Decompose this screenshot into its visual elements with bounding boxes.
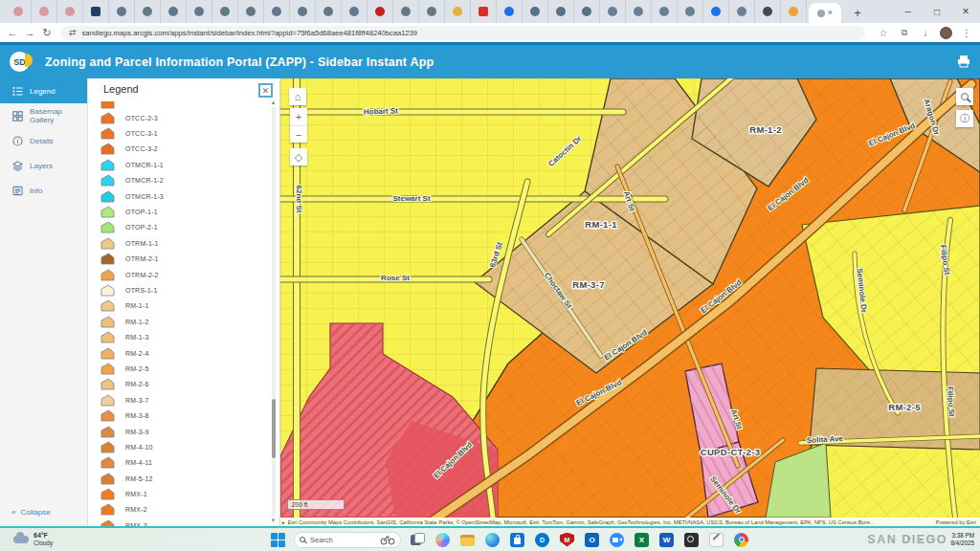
pinned-tab[interactable] [548,0,574,23]
legend-close-button[interactable]: ✕ [258,83,273,98]
pinned-tab[interactable] [32,0,57,23]
pinned-tab[interactable] [393,0,419,23]
outlook-taskbar-icon[interactable]: O [584,532,600,548]
browser-menu-icon[interactable]: ⋮ [956,28,977,38]
pinned-tab[interactable] [523,0,548,23]
forward-icon[interactable]: → [21,27,38,38]
clock-taskbar-icon[interactable] [683,532,700,548]
map-canvas[interactable]: Hobart StStewart StRose St62nd StCatocti… [280,78,980,526]
legend-item: OTOP-2-1 [88,220,270,235]
legend-panel-title: Legend [103,83,139,95]
pinned-tab[interactable] [135,0,161,23]
pinned-tab[interactable] [729,0,755,23]
back-icon[interactable]: ← [4,27,21,38]
sidebar-item-details[interactable]: Details [0,128,87,153]
pinned-tab[interactable] [652,0,678,23]
scrollbar-thumb[interactable] [272,399,276,458]
taskbar-weather-widget[interactable]: 64°FCloudy [13,532,53,548]
street-label: Hobart St [364,106,399,116]
sidebar-item-basemap-gallery[interactable]: Basemap Gallery [0,103,87,128]
search-icon [961,93,969,100]
pinned-tab[interactable] [316,0,342,23]
reload-icon[interactable]: ↻ [38,27,56,39]
pinned-tab[interactable] [445,0,471,23]
side-panel-icon[interactable]: ⧉ [894,28,915,38]
edge-taskbar-icon[interactable] [484,532,501,548]
pinned-tab[interactable] [574,0,600,23]
pinned-tab[interactable] [57,0,83,23]
attribution-toggle-icon[interactable]: ▸ [282,519,285,525]
pinned-tab[interactable] [342,0,368,23]
pinned-tab[interactable] [626,0,652,23]
zone-swatch [100,488,115,500]
sidebar-item-legend[interactable]: Legend [0,78,87,103]
taskview-taskbar-icon[interactable] [410,532,426,548]
mcafee-taskbar-icon[interactable]: M [559,532,575,548]
window-maximize-icon[interactable]: □ [923,0,951,23]
close-tab-icon[interactable]: × [828,9,833,17]
scroll-down-icon[interactable]: ▼ [270,518,277,524]
legend-item: RM-4-10 [88,439,270,454]
pinned-tab[interactable] [368,0,393,23]
site-settings-icon[interactable]: ⇄ [69,28,77,37]
copilot-taskbar-icon[interactable] [434,532,451,548]
map-search-button[interactable] [956,88,973,105]
dell-taskbar-icon[interactable]: D [534,532,550,548]
pinned-tab[interactable] [419,0,445,23]
tab-favicon [220,7,230,16]
pinned-tab[interactable] [264,0,290,23]
pinned-tab[interactable] [109,0,135,23]
map-attribution: ▸ Esri Community Maps Contributors, SanG… [280,518,980,526]
new-tab-button[interactable]: + [847,2,868,23]
legend-scrollbar[interactable]: ▲ ▼ [270,99,277,524]
pinned-tab[interactable] [497,0,523,23]
home-button[interactable]: ⌂ [289,88,306,105]
map-info-button[interactable]: ⓘ [956,110,973,127]
app-header: SD Zoning and Parcel Information Portal … [0,45,980,78]
bookmark-star-icon[interactable]: ☆ [873,28,894,38]
sidebar-item-info[interactable]: Info [0,178,87,203]
window-minimize-icon[interactable]: ─ [894,0,923,23]
pinned-tab[interactable] [781,0,807,23]
explorer-taskbar-icon[interactable] [459,532,476,548]
profile-avatar[interactable] [940,27,952,39]
pinned-tab[interactable] [161,0,187,23]
pinned-tab[interactable] [187,0,212,23]
zone-swatch [100,253,115,265]
sidebar-item-layers[interactable]: Layers [0,153,87,178]
print-icon[interactable] [957,55,970,68]
pinned-tab[interactable] [83,0,109,23]
pinned-tab[interactable] [6,0,32,23]
scroll-up-icon[interactable]: ▲ [270,99,277,106]
window-close-icon[interactable]: × [951,0,980,23]
taskbar-search-box[interactable]: Search [294,532,401,548]
zone-swatch [100,363,115,375]
zoom-taskbar-icon[interactable] [609,532,625,548]
store-taskbar-icon[interactable] [509,532,525,548]
address-bar[interactable]: ⇄ sandiego.maps.arcgis.com/apps/instant/… [61,26,865,40]
pinned-tab[interactable] [290,0,316,23]
zoom-out-button[interactable]: − [290,125,307,143]
pinned-tab[interactable] [238,0,264,23]
legend-item: RM-3-8 [88,408,270,423]
zoom-in-button[interactable]: + [290,108,307,125]
pinned-tab[interactable] [755,0,781,23]
locate-button[interactable]: ◇ [290,148,307,165]
zone-swatch [100,284,115,297]
collapse-button[interactable]: « Collapse [11,508,51,517]
pinned-tab[interactable] [600,0,626,23]
pinned-tab[interactable] [212,0,238,23]
pen-taskbar-icon[interactable] [708,532,724,548]
start-button[interactable] [271,533,285,547]
word-taskbar-icon[interactable]: W [658,532,675,548]
pinned-tab[interactable] [471,0,497,23]
pinned-tab[interactable] [703,0,729,23]
tab-favicon [91,7,100,16]
tab-favicon [272,7,281,16]
active-tab[interactable]: × [809,3,841,23]
pinned-tab[interactable] [678,0,703,23]
chrome-taskbar-icon[interactable] [733,532,749,548]
zone-swatch [100,206,115,218]
download-icon[interactable]: ↓ [915,28,936,38]
excel-taskbar-icon[interactable]: X [634,532,650,548]
